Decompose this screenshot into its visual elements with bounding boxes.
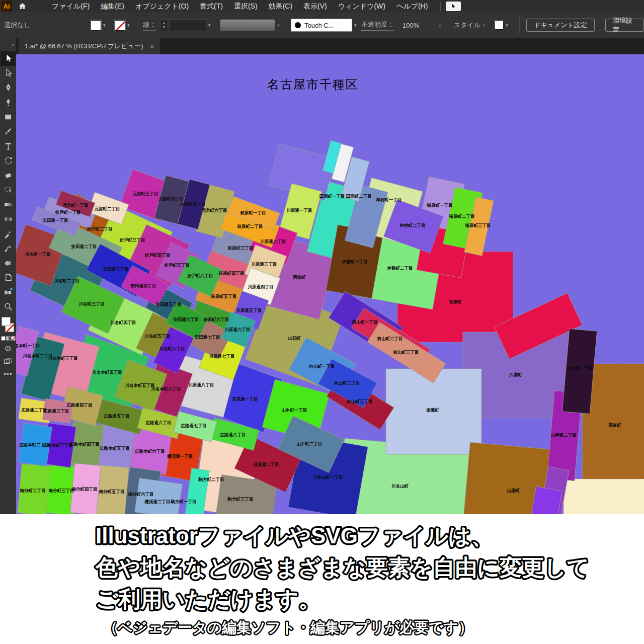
close-icon[interactable]: × <box>150 43 154 50</box>
map-region-label: 山中町二丁目 <box>297 441 323 446</box>
chevron-down-icon[interactable]: ▾ <box>127 23 130 28</box>
map-region-label: 向山町二丁目 <box>335 380 360 385</box>
map-title[interactable]: 名古屋市千種区 <box>267 77 359 91</box>
map-region-label: 福原町一丁目 <box>427 203 453 208</box>
chevron-down-icon[interactable]: ▾ <box>103 23 106 28</box>
map-region-label: 元宮町三丁目 <box>133 191 158 196</box>
style-swatch-combo[interactable]: ▾ <box>495 12 508 38</box>
fill-color-swatch[interactable] <box>91 20 101 31</box>
color-button[interactable] <box>1 336 6 341</box>
map-region[interactable] <box>531 487 562 514</box>
opacity-expand-arrow[interactable]: › <box>439 12 441 38</box>
map-region-label: 元宮町二丁目 <box>95 206 120 211</box>
rotate-tool[interactable] <box>1 153 16 168</box>
fill-color-control[interactable]: ▾ <box>91 12 106 38</box>
map-region-label: 広路通四丁目 <box>66 403 93 408</box>
menu-item[interactable]: オブジェクト(O) <box>130 0 194 12</box>
menu-item[interactable]: 編集(E) <box>95 0 130 12</box>
chevron-down-icon[interactable]: ▾ <box>208 23 211 28</box>
artboard-tool[interactable] <box>1 270 16 285</box>
rectangle-tool[interactable] <box>1 110 16 124</box>
eyedropper-tool[interactable] <box>1 226 16 241</box>
map-region-label: 広路本町四丁目 <box>69 442 100 447</box>
draw-mode-icon[interactable] <box>4 358 13 365</box>
stroke-color-swatch[interactable] <box>115 20 125 31</box>
artboard-canvas[interactable]: 宮東町八雲町楽園町高峯町山里町川名山町川名山町一丁目山手通一丁目山手通二丁目西畑… <box>16 54 644 514</box>
map-region-label: 山花町 <box>288 336 301 341</box>
workspace-cursor-icon[interactable] <box>446 2 461 11</box>
gradient-button[interactable] <box>6 336 11 341</box>
menu-item[interactable]: 選択(S) <box>228 0 263 12</box>
map-region-label: 川名町六丁目 <box>159 346 185 351</box>
chevron-down-icon[interactable]: ▾ <box>354 23 357 28</box>
selection-tool[interactable] <box>1 51 16 66</box>
map-region-label: 南分町六丁目 <box>128 492 154 497</box>
map-region-label: 山里町 <box>507 488 520 493</box>
width-tool[interactable] <box>1 212 16 226</box>
none-slash-icon <box>116 21 125 31</box>
document-setup-button[interactable]: ドキュメント設定 <box>526 12 595 38</box>
map-region[interactable] <box>564 479 644 514</box>
chevron-down-icon[interactable]: ▾ <box>506 23 508 28</box>
toolbar-collapse-arrow[interactable]: » <box>0 38 16 51</box>
map-region-label: 檀渓通一丁目 <box>167 454 193 459</box>
stroke-color-control[interactable]: ▾ <box>115 12 130 38</box>
edit-toolbar-ellipsis[interactable]: ••• <box>4 370 13 378</box>
fill-stroke-indicator[interactable] <box>1 317 16 334</box>
brush-definition-combo[interactable]: ▾ <box>220 12 280 38</box>
map-region-label: 宮東町 <box>449 299 462 304</box>
map-region-label: 萩原町四丁目 <box>218 271 245 276</box>
tools-panel: » ••• <box>0 38 16 514</box>
map-region-label: 福原町二丁目 <box>449 214 475 219</box>
map-region-label: 広路通五丁目 <box>104 414 130 419</box>
shape-builder-tool[interactable] <box>1 256 16 270</box>
opacity-label[interactable]: 不透明度： <box>361 12 394 38</box>
map-region-label: 川名町四丁目 <box>110 320 136 325</box>
map-region-label: 広路通八丁目 <box>220 432 246 437</box>
map-artwork: 宮東町八雲町楽園町高峯町山里町川名山町川名山町一丁目山手通一丁目山手通二丁目西畑… <box>16 54 644 514</box>
menu-item[interactable]: ヘルプ(H) <box>391 0 433 12</box>
map-region-label: 安田通二丁目 <box>71 244 97 249</box>
home-icon[interactable] <box>12 0 32 12</box>
map-region-label: 広路本町三丁目 <box>42 443 73 448</box>
chevron-down-icon[interactable]: ▾ <box>277 23 280 28</box>
map-region-label: 元宮町五丁目 <box>180 201 206 206</box>
map-region-label: 花見通二丁目 <box>253 462 279 467</box>
menubar-separator <box>440 2 441 11</box>
map-region-label: 花見通一丁目 <box>232 396 258 401</box>
paintbrush-tool[interactable] <box>1 124 16 139</box>
perspective-grid-tool[interactable] <box>1 285 16 299</box>
pen-tool[interactable] <box>1 80 16 95</box>
opacity-value[interactable]: 100% <box>403 12 419 38</box>
stroke-weight-stepper[interactable]: ▲▼ <box>160 12 168 38</box>
menu-item[interactable]: 表示(V) <box>298 0 333 12</box>
preferences-button[interactable]: 環境設定 <box>605 12 644 38</box>
menu-item[interactable]: 書式(T) <box>194 0 228 12</box>
lasso-annotation-tool[interactable] <box>1 183 16 197</box>
shape-mode-icon[interactable] <box>4 345 12 353</box>
map-region-label: 高峯町 <box>608 423 621 428</box>
map-region-label: 神村町一丁目 <box>376 197 402 202</box>
variable-width-profile-combo[interactable]: Touch C... ▾ <box>291 12 357 38</box>
stroke-weight-combo[interactable]: ▾ <box>169 12 211 38</box>
type-tool[interactable] <box>1 139 16 153</box>
map-region-label: 元宮町一丁目 <box>63 203 89 208</box>
direct-selection-tool[interactable] <box>1 66 16 80</box>
illustrator-logo[interactable]: Ai <box>1 1 12 12</box>
document-tab[interactable]: 1.ai* @ 66.67 % (RGB/CPU プレビュー) × <box>19 38 160 54</box>
gradient-tool[interactable] <box>1 197 16 212</box>
none-button[interactable] <box>11 336 16 341</box>
eraser-tool[interactable] <box>1 168 16 183</box>
fill-indicator[interactable] <box>2 317 11 326</box>
stroke-weight-label[interactable]: 線： <box>143 12 156 38</box>
menu-item[interactable]: ファイル(F) <box>46 0 95 12</box>
map-region-label: 山手通一丁目 <box>567 366 593 371</box>
blend-tool[interactable] <box>1 241 16 256</box>
menu-item[interactable]: 効果(C) <box>263 0 298 12</box>
menu-item[interactable]: ウィンドウ(W) <box>333 0 391 12</box>
map-region-label: 川名本町四丁目 <box>92 370 122 375</box>
map-region-label: 福原町三丁目 <box>465 223 491 228</box>
zoom-tool[interactable] <box>1 299 16 314</box>
map-region-label: 安田通一丁目 <box>42 218 68 223</box>
curvature-tool[interactable] <box>1 95 16 110</box>
